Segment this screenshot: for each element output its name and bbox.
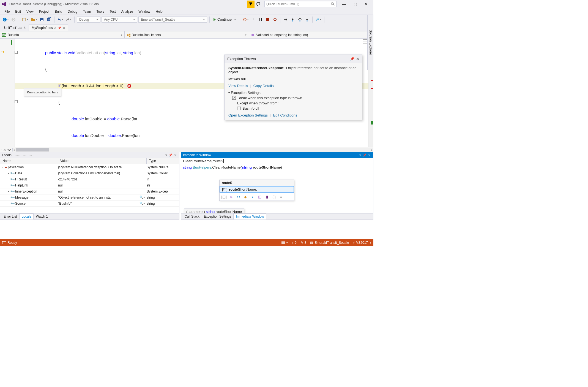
notifications-button[interactable]	[247, 1, 255, 8]
restart-button[interactable]	[272, 16, 278, 23]
close-button[interactable]: ✕	[362, 1, 370, 7]
menu-file[interactable]: File	[2, 9, 12, 14]
svg-point-8	[292, 20, 293, 21]
maximize-button[interactable]: ▢	[351, 1, 359, 7]
step-into-button[interactable]	[290, 16, 296, 23]
nav-fwd-button[interactable]	[10, 16, 17, 23]
pin-icon[interactable]: 📌	[362, 153, 367, 157]
menu-test[interactable]: Test	[107, 9, 119, 14]
close-icon[interactable]: ✕	[367, 153, 371, 157]
quick-launch-input[interactable]: Quick Launch (Ctrl+Q)	[264, 1, 337, 7]
solution-explorer-collapsed[interactable]: Solution Explorer	[367, 15, 373, 70]
startup-project-select[interactable]: EmeraldTransit_Seattle	[138, 17, 207, 23]
minimize-button[interactable]: —	[340, 1, 348, 7]
editor-zoom-strip: 100 %	[0, 147, 373, 152]
window-menu-icon[interactable]: ▾	[165, 153, 168, 157]
locals-row[interactable]: 🔧HResult-2147467261in	[0, 176, 179, 182]
menu-team[interactable]: Team	[80, 9, 94, 14]
break-on-throw-checkbox[interactable]	[232, 96, 236, 100]
locals-row[interactable]: 🔧HelpLinknullstr	[0, 182, 179, 188]
completion-item[interactable]: [⬚] routeShortName:	[220, 186, 294, 193]
tab-locals[interactable]: Locals	[19, 213, 34, 220]
pin-icon[interactable]: 📌	[168, 153, 173, 157]
status-changes[interactable]: ✎3	[300, 241, 307, 245]
close-tab-icon[interactable]: ✕	[63, 26, 65, 30]
tab-exception-settings[interactable]: Exception Settings	[202, 214, 233, 219]
menu-tools[interactable]: Tools	[94, 9, 107, 14]
zoom-dropdown[interactable]: 100 %	[0, 148, 13, 151]
completion-filter-icons[interactable]: [⬚] ◈ ⊶ ◆ ▸ ◫ ▮ { } ≡	[220, 193, 294, 201]
menu-view[interactable]: View	[24, 9, 36, 14]
editor-gutter[interactable]: ➔ − −	[0, 39, 15, 147]
menu-analyze[interactable]: Analyze	[119, 9, 136, 14]
save-all-button[interactable]	[46, 16, 52, 23]
tab-mystopinfo[interactable]: MyStopInfo.cs ⛢ 📌 ✕	[29, 25, 68, 31]
menu-project[interactable]: Project	[36, 9, 52, 14]
completion-list[interactable]: routeS [⬚] routeShortName: [⬚] ◈ ⊶ ◆ ▸ ◫…	[219, 180, 294, 201]
stop-button[interactable]	[265, 16, 271, 23]
menu-debug[interactable]: Debug	[65, 9, 80, 14]
status-repo[interactable]: ▦EmeraldTransit_Seattle	[310, 241, 349, 245]
close-icon[interactable]: ✕	[173, 153, 177, 157]
nav-back-button[interactable]	[2, 16, 9, 23]
method-icon	[251, 33, 255, 37]
show-next-statement-button[interactable]	[283, 16, 289, 23]
locals-row[interactable]: 🔧Message"Object reference not set to an …	[0, 194, 179, 201]
editor-horizontal-scrollbar[interactable]	[13, 148, 373, 152]
open-file-button[interactable]	[30, 16, 38, 23]
pause-button[interactable]	[258, 16, 264, 23]
pin-icon[interactable]: ⛢	[54, 26, 56, 29]
tab-immediate-window[interactable]: Immediate Window	[233, 213, 266, 220]
new-project-button[interactable]	[21, 16, 29, 23]
chevron-down-icon[interactable]: ▾	[228, 91, 230, 94]
filter-class-icon: ◆	[243, 194, 248, 199]
config-select[interactable]: Debug	[77, 17, 100, 23]
copy-details-link[interactable]: Copy Details	[253, 84, 274, 88]
tab-unittest1[interactable]: UnitTest1.cs ⛢	[1, 25, 29, 31]
status-branch[interactable]: ⑂VS2017▴	[353, 241, 371, 245]
menu-window[interactable]: Window	[136, 9, 153, 14]
immediate-input[interactable]: CleanRouteName(routeS	[181, 158, 373, 164]
code-editor[interactable]: ➔ − − public static void ValidateLatLon(…	[0, 39, 373, 147]
preview-pin-icon[interactable]: 📌	[58, 26, 61, 29]
locals-row[interactable]: ▾●$exception{System.NullReferenceExcepti…	[0, 164, 179, 170]
except-module-checkbox[interactable]	[237, 107, 241, 110]
exception-popup: Exception Thrown 📌 ✕ System.NullReferenc…	[224, 55, 362, 120]
undo-button[interactable]	[57, 16, 64, 23]
menu-build[interactable]: Build	[52, 9, 65, 14]
menu-edit[interactable]: Edit	[12, 9, 24, 14]
step-out-button[interactable]	[304, 16, 310, 23]
feedback-button[interactable]	[255, 1, 262, 8]
view-details-link[interactable]: View Details	[228, 84, 248, 88]
locals-row[interactable]: ▸🔧InnerExceptionnullSystem.Excep	[0, 188, 179, 194]
intellitrace-button[interactable]	[315, 16, 322, 23]
tab-error-list[interactable]: Error List	[1, 214, 19, 219]
tab-call-stack[interactable]: Call Stack	[182, 214, 202, 219]
filter-keyword-icon: ≡	[279, 194, 283, 199]
save-button[interactable]	[39, 16, 45, 23]
close-icon[interactable]: ✕	[356, 57, 359, 61]
menu-help[interactable]: Help	[153, 9, 165, 14]
continue-button[interactable]: Continue	[212, 16, 237, 23]
pin-icon[interactable]: ⛢	[24, 26, 26, 29]
status-publish[interactable]: ↑9	[292, 241, 297, 245]
error-icon[interactable]: ✕	[127, 84, 131, 88]
pin-icon[interactable]: 📌	[348, 57, 356, 61]
tab-watch1[interactable]: Watch 1	[34, 214, 50, 219]
step-over-button[interactable]	[297, 16, 303, 23]
filter-local-icon: [⬚]	[222, 194, 226, 199]
locals-row[interactable]: 🔧Source"BusInfo"🔍▾string	[0, 201, 179, 207]
platform-select[interactable]: Any CPU	[102, 17, 137, 23]
member-dropdown[interactable]: ValidateLatLon(string lat, string lon)	[249, 31, 373, 38]
namespace-dropdown[interactable]: C#BusInfo	[0, 31, 125, 38]
status-list-icon[interactable]: ▾	[281, 241, 288, 244]
locals-row[interactable]: ▸🔧Data{System.Collections.ListDictionary…	[0, 170, 179, 176]
class-dropdown[interactable]: BusInfo.BusHelpers	[125, 31, 249, 38]
open-exception-settings-link[interactable]: Open Exception Settings	[228, 113, 268, 117]
locals-columns[interactable]: Name Value Type	[0, 158, 179, 164]
filter-enum-icon: ▮	[265, 194, 269, 199]
edit-conditions-link[interactable]: Edit Conditions	[273, 113, 297, 117]
window-menu-icon[interactable]: ▾	[359, 153, 362, 157]
break-all-button[interactable]	[242, 16, 249, 23]
redo-button[interactable]	[65, 16, 72, 23]
